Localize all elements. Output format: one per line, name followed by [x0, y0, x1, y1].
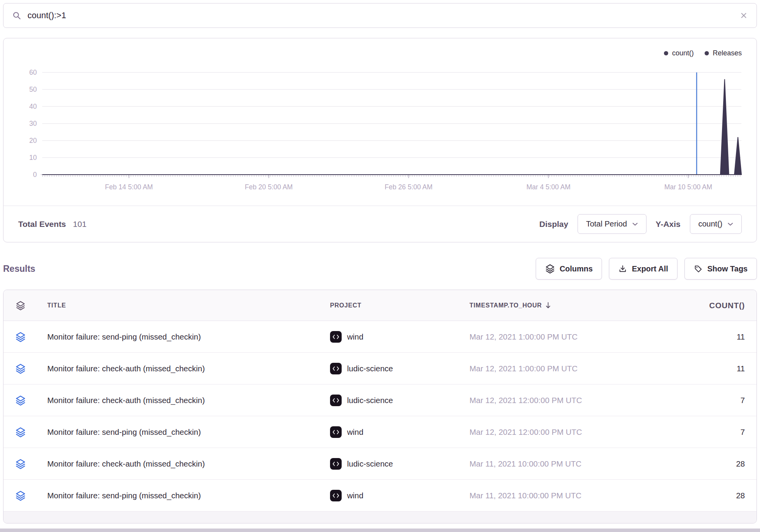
results-table-body: Monitor failure: send-ping (missed_check…	[3, 321, 757, 511]
show-tags-button[interactable]: Show Tags	[684, 258, 757, 280]
project-cell: wind	[320, 426, 460, 438]
yaxis-dropdown-value: count()	[698, 220, 722, 228]
events-chart-panel: count()Releases 0102030405060Feb 14 5:00…	[3, 38, 757, 242]
timestamp: Mar 12, 2021 12:00:00 PM UTC	[460, 427, 648, 437]
stack-icon[interactable]	[15, 490, 26, 501]
chart-footer-controls: Display Total Period Y-Axis count()	[539, 214, 742, 234]
table-row[interactable]: Monitor failure: check-auth (missed_chec…	[3, 353, 757, 384]
svg-text:50: 50	[29, 86, 37, 93]
count-value: 28	[648, 491, 757, 500]
display-dropdown-value: Total Period	[586, 220, 627, 228]
table-row[interactable]: Monitor failure: send-ping (missed_check…	[3, 416, 757, 448]
row-icon-cell	[3, 395, 38, 406]
project-cell: ludic-science	[320, 395, 460, 406]
export-all-button-label: Export All	[632, 264, 668, 273]
count-value: 28	[648, 459, 757, 469]
chevron-down-icon	[727, 222, 733, 226]
stack-icon[interactable]	[15, 427, 26, 438]
project-cell: wind	[320, 490, 460, 501]
row-icon-cell	[3, 490, 38, 501]
svg-text:Mar 4 5:00 AM: Mar 4 5:00 AM	[526, 183, 571, 191]
table-row[interactable]: Monitor failure: send-ping (missed_check…	[3, 321, 757, 353]
project-name: wind	[347, 491, 363, 500]
code-icon	[330, 363, 342, 374]
download-icon	[618, 264, 627, 273]
timestamp: Mar 11, 2021 10:00:00 PM UTC	[460, 459, 648, 469]
column-header-project[interactable]: PROJECT	[320, 302, 460, 309]
clear-search-icon[interactable]	[739, 11, 748, 20]
timestamp: Mar 12, 2021 12:00:00 PM UTC	[460, 396, 648, 405]
chart-body: count()Releases 0102030405060Feb 14 5:00…	[3, 38, 757, 206]
svg-text:10: 10	[29, 154, 37, 161]
column-header-timestamp[interactable]: TIMESTAMP.TO_HOUR	[460, 302, 648, 309]
series-count	[42, 79, 741, 175]
svg-text:Mar 10 5:00 AM: Mar 10 5:00 AM	[664, 183, 712, 191]
svg-text:60: 60	[29, 69, 37, 76]
tag-icon	[694, 264, 703, 273]
results-actions: Columns Export All	[536, 258, 757, 280]
count-value: 7	[648, 427, 757, 437]
svg-text:Feb 26 5:00 AM: Feb 26 5:00 AM	[385, 183, 433, 191]
results-table-header: TITLE PROJECT TIMESTAMP.TO_HOUR COUNT()	[3, 290, 757, 321]
svg-text:40: 40	[29, 103, 37, 110]
total-events-label: Total Events	[18, 220, 66, 229]
export-all-button[interactable]: Export All	[609, 258, 677, 280]
row-icon-cell	[3, 458, 38, 469]
table-row[interactable]: Monitor failure: check-auth (missed_chec…	[3, 448, 757, 480]
event-title: Monitor failure: send-ping (missed_check…	[38, 332, 320, 342]
code-icon	[330, 331, 342, 343]
column-header-title[interactable]: TITLE	[38, 302, 320, 309]
project-cell: wind	[320, 331, 460, 343]
chevron-down-icon	[632, 222, 638, 226]
stack-icon	[15, 300, 26, 311]
timestamp: Mar 12, 2021 1:00:00 PM UTC	[460, 332, 648, 342]
svg-text:0: 0	[33, 171, 37, 178]
event-title: Monitor failure: check-auth (missed_chec…	[38, 364, 320, 373]
project-cell: ludic-science	[320, 458, 460, 470]
stack-icon[interactable]	[15, 395, 26, 406]
yaxis-dropdown[interactable]: count()	[690, 214, 742, 234]
show-tags-button-label: Show Tags	[707, 264, 748, 273]
columns-button-label: Columns	[560, 264, 593, 273]
header-stack-icon-cell	[3, 300, 38, 311]
project-name: ludic-science	[347, 364, 393, 373]
code-icon	[330, 395, 342, 406]
table-row[interactable]: Monitor failure: send-ping (missed_check…	[3, 480, 757, 511]
timestamp: Mar 11, 2021 10:00:00 PM UTC	[460, 491, 648, 500]
page: count()Releases 0102030405060Feb 14 5:00…	[0, 0, 760, 527]
columns-button[interactable]: Columns	[536, 258, 602, 280]
code-icon	[330, 426, 342, 438]
results-title: Results	[3, 264, 35, 274]
total-events: Total Events 101	[18, 220, 86, 229]
stack-icon[interactable]	[15, 458, 26, 469]
code-icon	[330, 458, 342, 470]
project-cell: ludic-science	[320, 363, 460, 374]
display-dropdown[interactable]: Total Period	[578, 214, 647, 234]
event-title: Monitor failure: send-ping (missed_check…	[38, 491, 320, 500]
project-name: ludic-science	[347, 396, 393, 405]
legend-dot	[705, 51, 709, 55]
row-icon-cell	[3, 331, 38, 342]
column-header-count[interactable]: COUNT()	[648, 301, 757, 310]
svg-text:30: 30	[29, 120, 37, 127]
count-value: 11	[648, 332, 757, 342]
stack-icon[interactable]	[15, 331, 26, 342]
chart-footer: Total Events 101 Display Total Period Y-…	[3, 206, 757, 242]
column-header-timestamp-label: TIMESTAMP.TO_HOUR	[469, 302, 542, 309]
row-icon-cell	[3, 363, 38, 374]
svg-text:20: 20	[29, 137, 37, 144]
y-axis: 0102030405060	[29, 69, 741, 178]
stack-icon[interactable]	[15, 363, 26, 374]
project-name: ludic-science	[347, 459, 393, 469]
event-title: Monitor failure: check-auth (missed_chec…	[38, 396, 320, 405]
x-axis: Feb 14 5:00 AMFeb 20 5:00 AMFeb 26 5:00 …	[41, 175, 741, 191]
column-header-project-label: PROJECT	[330, 302, 361, 309]
count-value: 7	[648, 396, 757, 405]
results-table: TITLE PROJECT TIMESTAMP.TO_HOUR COUNT() …	[3, 290, 757, 523]
row-icon-cell	[3, 427, 38, 438]
stack-icon	[545, 264, 555, 274]
search-input[interactable]	[28, 10, 734, 21]
table-row[interactable]: Monitor failure: check-auth (missed_chec…	[3, 384, 757, 416]
search-icon	[12, 11, 22, 21]
events-chart: 0102030405060Feb 14 5:00 AMFeb 20 5:00 A…	[3, 56, 757, 195]
